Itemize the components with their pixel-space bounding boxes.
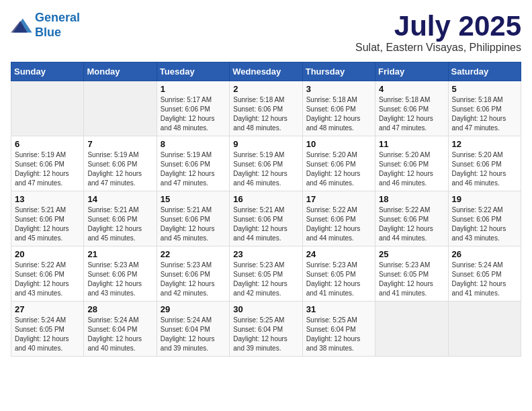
day-number: 11	[379, 139, 444, 149]
day-number: 10	[306, 139, 371, 149]
day-number: 12	[452, 139, 517, 149]
calendar-cell: 7Sunrise: 5:19 AM Sunset: 6:06 PM Daylig…	[84, 136, 157, 191]
calendar-table: SundayMondayTuesdayWednesdayThursdayFrid…	[11, 62, 521, 357]
day-number: 22	[161, 249, 226, 259]
day-info: Sunrise: 5:24 AM Sunset: 6:05 PM Dayligh…	[15, 316, 80, 353]
day-number: 25	[379, 249, 444, 259]
logo: General Blue	[11, 11, 80, 40]
location: Sulat, Eastern Visayas, Philippines	[355, 42, 521, 54]
weekday-header: Sunday	[11, 62, 84, 81]
calendar-cell: 25Sunrise: 5:23 AM Sunset: 6:05 PM Dayli…	[375, 246, 448, 302]
page-header: General Blue July 2025 Sulat, Eastern Vi…	[11, 11, 521, 54]
day-info: Sunrise: 5:22 AM Sunset: 6:06 PM Dayligh…	[452, 205, 517, 243]
day-number: 23	[233, 249, 298, 259]
day-info: Sunrise: 5:21 AM Sunset: 6:06 PM Dayligh…	[87, 205, 152, 243]
calendar-week-row: 6Sunrise: 5:19 AM Sunset: 6:06 PM Daylig…	[11, 136, 521, 191]
calendar-cell: 31Sunrise: 5:25 AM Sunset: 6:04 PM Dayli…	[302, 302, 375, 357]
calendar-cell: 10Sunrise: 5:20 AM Sunset: 6:06 PM Dayli…	[302, 136, 375, 191]
calendar-cell: 11Sunrise: 5:20 AM Sunset: 6:06 PM Dayli…	[375, 136, 448, 191]
calendar-week-row: 27Sunrise: 5:24 AM Sunset: 6:05 PM Dayli…	[11, 302, 521, 357]
day-info: Sunrise: 5:24 AM Sunset: 6:05 PM Dayligh…	[452, 261, 517, 298]
calendar-cell	[375, 302, 448, 357]
day-number: 27	[15, 304, 80, 314]
day-number: 7	[87, 139, 152, 149]
weekday-header: Thursday	[302, 62, 375, 81]
calendar-cell	[11, 81, 84, 136]
day-number: 21	[87, 249, 152, 259]
calendar-cell	[448, 302, 521, 357]
day-info: Sunrise: 5:23 AM Sunset: 6:06 PM Dayligh…	[87, 261, 152, 298]
calendar-cell: 26Sunrise: 5:24 AM Sunset: 6:05 PM Dayli…	[448, 246, 521, 302]
calendar-cell: 28Sunrise: 5:24 AM Sunset: 6:04 PM Dayli…	[84, 302, 157, 357]
day-number: 3	[306, 84, 371, 94]
calendar-week-row: 1Sunrise: 5:17 AM Sunset: 6:06 PM Daylig…	[11, 81, 521, 136]
day-number: 1	[161, 84, 226, 94]
calendar-cell: 13Sunrise: 5:21 AM Sunset: 6:06 PM Dayli…	[11, 191, 84, 246]
logo-text: General Blue	[35, 11, 80, 40]
day-info: Sunrise: 5:23 AM Sunset: 6:06 PM Dayligh…	[161, 261, 226, 298]
day-info: Sunrise: 5:18 AM Sunset: 6:06 PM Dayligh…	[306, 95, 371, 133]
calendar-cell: 29Sunrise: 5:24 AM Sunset: 6:04 PM Dayli…	[157, 302, 229, 357]
weekday-header: Tuesday	[157, 62, 229, 81]
calendar-cell: 20Sunrise: 5:22 AM Sunset: 6:06 PM Dayli…	[11, 246, 84, 302]
logo-line2: Blue	[35, 26, 61, 39]
calendar-cell: 1Sunrise: 5:17 AM Sunset: 6:06 PM Daylig…	[157, 81, 229, 136]
calendar-cell: 8Sunrise: 5:19 AM Sunset: 6:06 PM Daylig…	[157, 136, 229, 191]
day-number: 30	[233, 304, 298, 314]
day-info: Sunrise: 5:22 AM Sunset: 6:06 PM Dayligh…	[379, 205, 444, 243]
day-number: 14	[87, 194, 152, 204]
day-info: Sunrise: 5:19 AM Sunset: 6:06 PM Dayligh…	[87, 150, 152, 188]
calendar-cell: 9Sunrise: 5:19 AM Sunset: 6:06 PM Daylig…	[230, 136, 302, 191]
calendar-cell: 14Sunrise: 5:21 AM Sunset: 6:06 PM Dayli…	[84, 191, 157, 246]
day-info: Sunrise: 5:19 AM Sunset: 6:06 PM Dayligh…	[233, 150, 298, 188]
day-info: Sunrise: 5:22 AM Sunset: 6:06 PM Dayligh…	[15, 261, 80, 298]
month-title: July 2025	[355, 11, 521, 42]
day-number: 28	[87, 304, 152, 314]
day-number: 2	[233, 84, 298, 94]
day-number: 5	[452, 84, 517, 94]
calendar-cell: 4Sunrise: 5:18 AM Sunset: 6:06 PM Daylig…	[375, 81, 448, 136]
day-info: Sunrise: 5:25 AM Sunset: 6:04 PM Dayligh…	[306, 316, 371, 353]
day-number: 26	[452, 249, 517, 259]
day-info: Sunrise: 5:24 AM Sunset: 6:04 PM Dayligh…	[161, 316, 226, 353]
day-number: 4	[379, 84, 444, 94]
day-info: Sunrise: 5:22 AM Sunset: 6:06 PM Dayligh…	[306, 205, 371, 243]
day-number: 8	[161, 139, 226, 149]
calendar-cell: 24Sunrise: 5:23 AM Sunset: 6:05 PM Dayli…	[302, 246, 375, 302]
day-info: Sunrise: 5:19 AM Sunset: 6:06 PM Dayligh…	[15, 150, 80, 188]
day-info: Sunrise: 5:23 AM Sunset: 6:05 PM Dayligh…	[379, 261, 444, 298]
calendar-cell	[84, 81, 157, 136]
calendar-cell: 22Sunrise: 5:23 AM Sunset: 6:06 PM Dayli…	[157, 246, 229, 302]
calendar-week-row: 20Sunrise: 5:22 AM Sunset: 6:06 PM Dayli…	[11, 246, 521, 302]
day-number: 16	[233, 194, 298, 204]
day-info: Sunrise: 5:17 AM Sunset: 6:06 PM Dayligh…	[161, 95, 226, 133]
calendar-cell: 12Sunrise: 5:20 AM Sunset: 6:06 PM Dayli…	[448, 136, 521, 191]
calendar-cell: 2Sunrise: 5:18 AM Sunset: 6:06 PM Daylig…	[230, 81, 302, 136]
day-number: 19	[452, 194, 517, 204]
day-number: 9	[233, 139, 298, 149]
weekday-header: Wednesday	[230, 62, 302, 81]
weekday-header: Friday	[375, 62, 448, 81]
day-info: Sunrise: 5:18 AM Sunset: 6:06 PM Dayligh…	[233, 95, 298, 133]
calendar-cell: 23Sunrise: 5:23 AM Sunset: 6:05 PM Dayli…	[230, 246, 302, 302]
day-number: 15	[161, 194, 226, 204]
day-info: Sunrise: 5:20 AM Sunset: 6:06 PM Dayligh…	[452, 150, 517, 188]
calendar-week-row: 13Sunrise: 5:21 AM Sunset: 6:06 PM Dayli…	[11, 191, 521, 246]
day-info: Sunrise: 5:21 AM Sunset: 6:06 PM Dayligh…	[15, 205, 80, 243]
day-number: 31	[306, 304, 371, 314]
day-info: Sunrise: 5:21 AM Sunset: 6:06 PM Dayligh…	[233, 205, 298, 243]
day-info: Sunrise: 5:18 AM Sunset: 6:06 PM Dayligh…	[452, 95, 517, 133]
day-info: Sunrise: 5:18 AM Sunset: 6:06 PM Dayligh…	[379, 95, 444, 133]
calendar-cell: 19Sunrise: 5:22 AM Sunset: 6:06 PM Dayli…	[448, 191, 521, 246]
day-number: 13	[15, 194, 80, 204]
calendar-cell: 3Sunrise: 5:18 AM Sunset: 6:06 PM Daylig…	[302, 81, 375, 136]
day-number: 6	[15, 139, 80, 149]
calendar-cell: 21Sunrise: 5:23 AM Sunset: 6:06 PM Dayli…	[84, 246, 157, 302]
day-number: 29	[161, 304, 226, 314]
calendar-cell: 5Sunrise: 5:18 AM Sunset: 6:06 PM Daylig…	[448, 81, 521, 136]
day-info: Sunrise: 5:19 AM Sunset: 6:06 PM Dayligh…	[161, 150, 226, 188]
calendar-cell: 17Sunrise: 5:22 AM Sunset: 6:06 PM Dayli…	[302, 191, 375, 246]
day-info: Sunrise: 5:20 AM Sunset: 6:06 PM Dayligh…	[306, 150, 371, 188]
calendar-cell: 30Sunrise: 5:25 AM Sunset: 6:04 PM Dayli…	[230, 302, 302, 357]
day-number: 17	[306, 194, 371, 204]
